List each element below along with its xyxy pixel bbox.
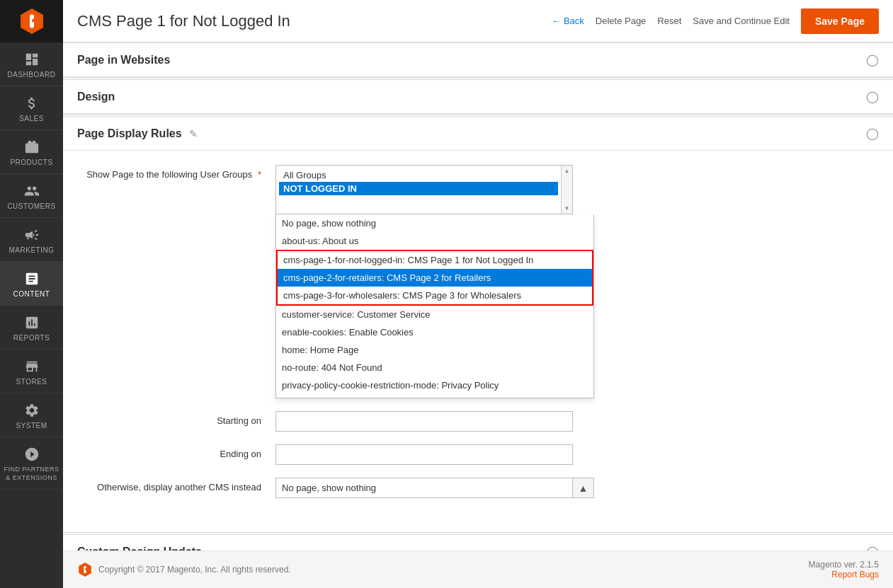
footer-version-label: Magento	[809, 560, 842, 570]
sidebar-item-products[interactable]: PRODUCTS	[0, 130, 63, 174]
section-page-display-rules-header[interactable]: Page Display Rules ✎ ◯	[63, 117, 893, 151]
sidebar: DASHBOARD SALES PRODUCTS CUSTOMERS MARKE…	[0, 0, 63, 588]
dropdown-item-promo[interactable]: promo: Seasonal Promotions	[276, 394, 593, 398]
save-page-button[interactable]: Save Page	[801, 8, 879, 34]
sales-icon	[23, 95, 40, 112]
cms-page-dropdown[interactable]: No page, show nothing about-us: About us…	[275, 214, 594, 398]
topbar: CMS Page 1 for Not Logged In ← Back Dele…	[63, 0, 893, 42]
sidebar-item-marketing[interactable]: MARKETING	[0, 218, 63, 262]
ending-on-input[interactable]	[275, 444, 573, 465]
otherwise-select-value: No page, show nothing	[276, 478, 572, 497]
scrollbar: ▲ ▼	[561, 166, 572, 214]
footer-copyright: Copyright © 2017 Magento, Inc. All right…	[98, 565, 291, 575]
sidebar-item-sales[interactable]: SALES	[0, 86, 63, 130]
products-icon	[23, 139, 40, 156]
section-page-in-websites-header[interactable]: Page in Websites ◯	[63, 43, 893, 77]
footer-version: ver. 2.1.5	[844, 560, 879, 570]
ending-on-control	[275, 444, 594, 465]
not-logged-in-option: NOT LOGGED IN	[279, 182, 558, 195]
dropdown-item-home[interactable]: home: Home Page	[276, 341, 593, 359]
footer-logo: Copyright © 2017 Magento, Inc. All right…	[77, 562, 291, 577]
ending-on-label: Ending on	[84, 444, 261, 459]
otherwise-label: Otherwise, display another CMS instead	[84, 478, 261, 492]
section-page-display-rules-collapse-icon: ◯	[866, 127, 879, 140]
save-continue-button[interactable]: Save and Continue Edit	[693, 16, 790, 26]
user-groups-control: All Groups NOT LOGGED IN ▲ ▼	[275, 165, 594, 398]
section-custom-design-title: Custom Design Update	[77, 546, 202, 551]
report-bugs-link[interactable]: Report Bugs	[831, 570, 879, 580]
content-icon	[23, 270, 40, 287]
dropdown-item-cms-page-3[interactable]: cms-page-3-for-wholesalers: CMS Page 3 f…	[278, 287, 592, 304]
sidebar-item-find-partners[interactable]: FIND PARTNERS & EXTENSIONS	[0, 437, 63, 490]
otherwise-select-arrow[interactable]: ▲	[572, 478, 593, 497]
sidebar-item-stores[interactable]: STORES	[0, 350, 63, 393]
content-area: Page in Websites ◯ Design ◯ Page Display…	[63, 42, 893, 550]
dropdown-item-customer-service[interactable]: customer-service: Customer Service	[276, 306, 593, 323]
delete-page-button[interactable]: Delete Page	[596, 16, 647, 26]
dropdown-highlighted-group: cms-page-1-for-not-logged-in: CMS Page 1…	[276, 250, 593, 306]
section-custom-design-collapse-icon: ◯	[866, 545, 879, 550]
edit-pencil-icon[interactable]: ✎	[189, 128, 198, 139]
starting-on-input[interactable]	[275, 411, 573, 432]
dropdown-item-no-route[interactable]: no-route: 404 Not Found	[276, 359, 593, 376]
dropdown-item-privacy-policy[interactable]: privacy-policy-cookie-restriction-mode: …	[276, 376, 593, 394]
section-page-display-rules-title: Page Display Rules	[77, 127, 182, 140]
page-title: CMS Page 1 for Not Logged In	[77, 12, 537, 30]
system-icon	[23, 402, 40, 419]
otherwise-control: No page, show nothing ▲	[275, 478, 594, 498]
footer-right: Magento ver. 2.1.5 Report Bugs	[809, 560, 879, 580]
sidebar-item-customers[interactable]: CUSTOMERS	[0, 174, 63, 218]
user-groups-label: Show Page to the following User Groups *	[84, 165, 261, 180]
user-groups-multiselect[interactable]: All Groups NOT LOGGED IN ▲ ▼	[275, 165, 573, 214]
required-marker: *	[258, 169, 261, 180]
dropdown-item-no-page[interactable]: No page, show nothing	[276, 214, 593, 232]
section-custom-design-header[interactable]: Custom Design Update ◯	[63, 535, 893, 550]
form-row-ending-on: Ending on	[84, 444, 872, 465]
section-header-left: Page Display Rules ✎	[77, 127, 198, 140]
dropdown-item-cms-page-2[interactable]: cms-page-2-for-retailers: CMS Page 2 for…	[278, 269, 592, 287]
customers-icon	[23, 183, 40, 200]
main-content: CMS Page 1 for Not Logged In ← Back Dele…	[63, 0, 893, 588]
reports-icon	[23, 314, 40, 331]
find-partners-icon	[23, 446, 40, 463]
topbar-actions: ← Back Delete Page Reset Save and Contin…	[552, 8, 879, 34]
section-design-title: Design	[77, 91, 115, 103]
starting-on-control	[275, 411, 594, 432]
section-page-display-rules-body: Show Page to the following User Groups *…	[63, 151, 893, 532]
marketing-icon	[23, 226, 40, 243]
section-page-in-websites-collapse-icon: ◯	[866, 53, 879, 67]
section-design-collapse-icon: ◯	[866, 90, 879, 103]
section-page-in-websites-title: Page in Websites	[77, 54, 170, 67]
starting-on-label: Starting on	[84, 411, 261, 426]
all-groups-option: All Groups	[279, 168, 558, 182]
back-arrow-icon: ←	[552, 16, 561, 26]
form-row-starting-on: Starting on	[84, 411, 872, 432]
dropdown-wrapper: No page, show nothing about-us: About us…	[275, 214, 594, 398]
multiselect-container: All Groups NOT LOGGED IN ▲ ▼	[275, 165, 594, 398]
form-row-otherwise: Otherwise, display another CMS instead N…	[84, 478, 872, 498]
section-design: Design ◯	[63, 79, 893, 115]
back-button[interactable]: ← Back	[552, 16, 584, 26]
reset-button[interactable]: Reset	[657, 16, 681, 26]
section-design-header[interactable]: Design ◯	[63, 80, 893, 114]
section-page-display-rules: Page Display Rules ✎ ◯ Show Page to the …	[63, 116, 893, 533]
section-page-in-websites: Page in Websites ◯	[63, 42, 893, 78]
dashboard-icon	[23, 51, 40, 68]
magento-logo-icon	[18, 7, 46, 35]
sidebar-item-dashboard[interactable]: DASHBOARD	[0, 42, 63, 86]
sidebar-logo	[0, 0, 63, 42]
sidebar-item-content[interactable]: CONTENT	[0, 262, 63, 306]
section-custom-design: Custom Design Update ◯	[63, 534, 893, 550]
sidebar-item-reports[interactable]: REPORTS	[0, 306, 63, 350]
footer: Copyright © 2017 Magento, Inc. All right…	[63, 550, 893, 588]
dropdown-item-enable-cookies[interactable]: enable-cookies: Enable Cookies	[276, 323, 593, 341]
dropdown-item-cms-page-1[interactable]: cms-page-1-for-not-logged-in: CMS Page 1…	[278, 251, 592, 269]
dropdown-item-about-us[interactable]: about-us: About us	[276, 232, 593, 250]
footer-magento-logo-icon	[77, 562, 93, 577]
stores-icon	[23, 358, 40, 375]
form-row-user-groups: Show Page to the following User Groups *…	[84, 165, 872, 398]
otherwise-select[interactable]: No page, show nothing ▲	[275, 478, 594, 498]
sidebar-item-system[interactable]: SYSTEM	[0, 393, 63, 437]
